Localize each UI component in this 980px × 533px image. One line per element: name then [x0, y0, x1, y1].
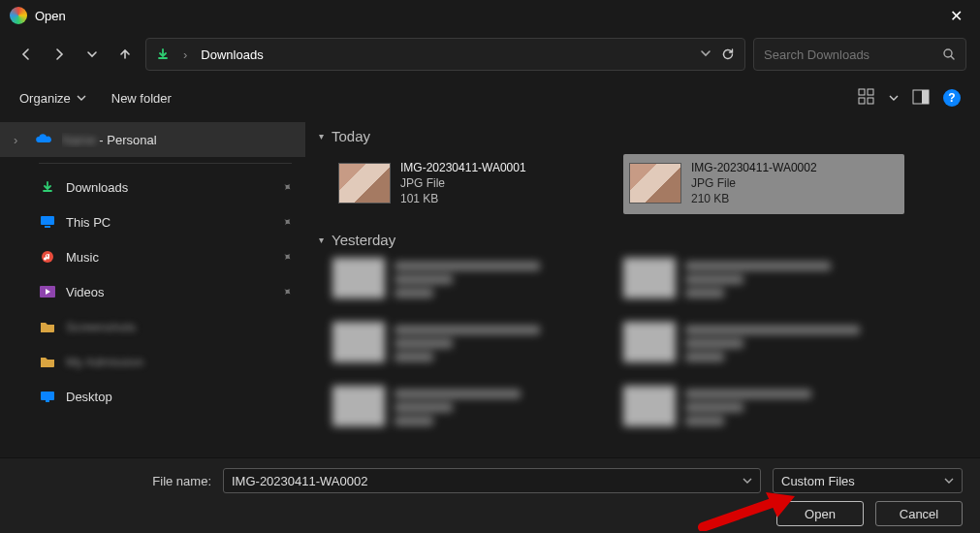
- file-item[interactable]: [332, 386, 614, 440]
- up-button[interactable]: [112, 42, 138, 67]
- main-split: › Name - Personal Downloads ✦ This PC ✦ …: [0, 118, 980, 457]
- file-item[interactable]: [332, 258, 614, 312]
- help-icon[interactable]: ?: [943, 89, 961, 107]
- file-type: JPG File: [691, 175, 817, 191]
- sidebar-item-label: Downloads: [66, 180, 272, 195]
- svg-rect-8: [45, 226, 50, 228]
- new-folder-button[interactable]: New folder: [111, 91, 172, 106]
- group-yesterday[interactable]: ▾ Yesterday: [313, 222, 980, 254]
- sidebar-item-label: Music: [66, 250, 272, 265]
- svg-rect-3: [859, 98, 865, 104]
- downloads-icon: [156, 47, 170, 61]
- file-item[interactable]: IMG-20230411-WA0002 JPG File 210 KB: [623, 154, 904, 214]
- folder-icon: [39, 356, 56, 367]
- onedrive-icon: [35, 134, 52, 145]
- new-folder-label: New folder: [111, 91, 172, 106]
- monitor-icon: [39, 215, 56, 229]
- svg-rect-11: [41, 392, 54, 400]
- group-today[interactable]: ▾ Today: [313, 118, 980, 150]
- window-title: Open: [35, 9, 66, 23]
- recent-dropdown[interactable]: [79, 42, 105, 67]
- group-label: Yesterday: [332, 232, 395, 248]
- chevron-right-icon: ›: [14, 133, 25, 147]
- view-mode-button[interactable]: [858, 88, 875, 109]
- refresh-button[interactable]: [721, 47, 735, 61]
- file-item[interactable]: [623, 258, 904, 312]
- svg-rect-7: [41, 216, 54, 225]
- titlebar: Open ✕: [0, 0, 980, 31]
- file-type: JPG File: [400, 175, 526, 191]
- forward-button[interactable]: [47, 42, 72, 67]
- file-item[interactable]: IMG-20230411-WA0001 JPG File 101 KB: [332, 154, 614, 214]
- chevron-down-icon: ▾: [319, 131, 324, 141]
- desktop-icon: [39, 391, 56, 402]
- sidebar-item-label: Videos: [66, 285, 272, 299]
- cancel-button[interactable]: Cancel: [875, 501, 963, 526]
- toolbar: Organize New folder ?: [0, 78, 980, 118]
- breadcrumb[interactable]: Downloads: [201, 47, 263, 62]
- chevron-down-icon: ▾: [319, 235, 324, 245]
- close-icon[interactable]: ✕: [942, 3, 970, 29]
- sidebar: › Name - Personal Downloads ✦ This PC ✦ …: [0, 118, 305, 457]
- svg-rect-6: [922, 90, 929, 104]
- svg-rect-4: [868, 98, 873, 104]
- pin-icon: ✦: [279, 283, 296, 299]
- sidebar-item-onedrive[interactable]: › Name - Personal: [0, 122, 305, 157]
- dialog-footer: File name: IMG-20230411-WA0002 Custom Fi…: [0, 457, 980, 533]
- sidebar-item-admission[interactable]: My Admission: [0, 344, 305, 379]
- file-name: IMG-20230411-WA0001: [400, 160, 526, 175]
- filename-value: IMG-20230411-WA0002: [232, 474, 367, 488]
- file-name: IMG-20230411-WA0002: [691, 160, 817, 175]
- filename-input[interactable]: IMG-20230411-WA0002: [223, 468, 761, 493]
- file-list: ▾ Today IMG-20230411-WA0001 JPG File 101…: [305, 118, 980, 457]
- file-item[interactable]: [332, 322, 614, 376]
- sidebar-item-music[interactable]: Music ✦: [0, 239, 305, 274]
- filename-label: File name:: [17, 474, 211, 488]
- pin-icon: ✦: [279, 178, 296, 195]
- sidebar-item-screenshots[interactable]: Screenshots: [0, 309, 305, 344]
- search-icon: [942, 47, 956, 61]
- preview-pane-button[interactable]: [912, 88, 930, 109]
- sidebar-item-downloads[interactable]: Downloads ✦: [0, 170, 305, 204]
- sidebar-item-this-pc[interactable]: This PC ✦: [0, 204, 305, 239]
- downloads-icon: [39, 180, 56, 194]
- view-dropdown[interactable]: [889, 93, 899, 103]
- filename-dropdown[interactable]: [743, 476, 752, 486]
- pin-icon: ✦: [279, 248, 296, 265]
- sidebar-divider: [39, 163, 292, 164]
- sidebar-item-label: Screenshots: [66, 320, 292, 334]
- file-type-filter[interactable]: Custom Files: [773, 468, 963, 493]
- address-dropdown[interactable]: [700, 47, 711, 61]
- sidebar-item-label: This PC: [66, 215, 272, 230]
- music-icon: [39, 250, 56, 264]
- chevron-right-icon: ›: [183, 47, 187, 62]
- search-input[interactable]: [764, 47, 942, 62]
- nav-row: › Downloads: [0, 31, 980, 78]
- open-button[interactable]: Open: [776, 501, 864, 526]
- group-label: Today: [332, 128, 370, 144]
- filter-label: Custom Files: [781, 474, 855, 488]
- back-button[interactable]: [14, 42, 39, 67]
- chrome-icon: [10, 7, 27, 24]
- sidebar-item-videos[interactable]: Videos ✦: [0, 274, 305, 309]
- address-bar[interactable]: › Downloads: [145, 38, 745, 71]
- search-box[interactable]: [753, 38, 966, 71]
- organize-button[interactable]: Organize: [19, 91, 86, 106]
- file-item[interactable]: [623, 322, 904, 376]
- pin-icon: ✦: [279, 213, 296, 230]
- svg-rect-1: [859, 89, 865, 95]
- thumbnail: [338, 163, 391, 204]
- sidebar-item-label: Desktop: [66, 390, 292, 404]
- folder-icon: [39, 321, 56, 332]
- sidebar-item-desktop[interactable]: Desktop: [0, 379, 305, 414]
- file-item[interactable]: [623, 386, 904, 440]
- sidebar-item-label: My Admission: [66, 355, 292, 369]
- svg-rect-2: [868, 89, 873, 95]
- video-icon: [39, 286, 56, 298]
- file-size: 210 KB: [691, 191, 817, 206]
- organize-label: Organize: [19, 91, 71, 106]
- chevron-down-icon: [944, 476, 954, 486]
- sidebar-personal-suffix: - Personal: [96, 133, 157, 147]
- file-size: 101 KB: [400, 191, 526, 206]
- thumbnail: [629, 163, 681, 204]
